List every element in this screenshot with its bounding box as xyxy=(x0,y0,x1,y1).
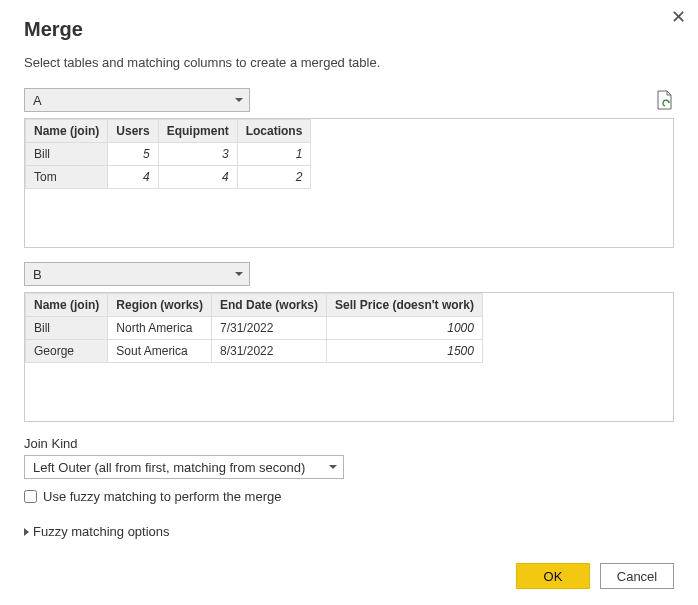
cancel-button[interactable]: Cancel xyxy=(600,563,674,589)
col-header[interactable]: Sell Price (doesn't work) xyxy=(327,294,483,317)
chevron-down-icon xyxy=(329,465,337,469)
table-a-selector[interactable]: A xyxy=(24,88,250,112)
col-header[interactable]: Name (join) xyxy=(26,120,108,143)
ok-button-label: OK xyxy=(544,569,563,584)
cell: 8/31/2022 xyxy=(212,340,327,363)
table-a-selected: A xyxy=(33,93,42,108)
table-row[interactable]: Bill 5 3 1 xyxy=(26,143,311,166)
ok-button[interactable]: OK xyxy=(516,563,590,589)
cell: 5 xyxy=(108,143,158,166)
fuzzy-options-expander[interactable]: Fuzzy matching options xyxy=(24,524,674,539)
table-b-selector[interactable]: B xyxy=(24,262,250,286)
cell: North America xyxy=(108,317,212,340)
cell: Bill xyxy=(26,143,108,166)
chevron-down-icon xyxy=(235,272,243,276)
cell: 1 xyxy=(237,143,311,166)
col-header[interactable]: End Date (works) xyxy=(212,294,327,317)
fuzzy-checkbox-label: Use fuzzy matching to perform the merge xyxy=(43,489,281,504)
table-row[interactable]: George Sout America 8/31/2022 1500 xyxy=(26,340,483,363)
table-row[interactable]: Tom 4 4 2 xyxy=(26,166,311,189)
col-header[interactable]: Equipment xyxy=(158,120,237,143)
cell: 7/31/2022 xyxy=(212,317,327,340)
dialog-subtitle: Select tables and matching columns to cr… xyxy=(24,55,674,70)
chevron-down-icon xyxy=(235,98,243,102)
table-b-grid[interactable]: Name (join) Region (works) End Date (wor… xyxy=(24,292,674,422)
cell: Tom xyxy=(26,166,108,189)
col-header[interactable]: Users xyxy=(108,120,158,143)
cell: 4 xyxy=(158,166,237,189)
col-header[interactable]: Region (works) xyxy=(108,294,212,317)
join-kind-label: Join Kind xyxy=(24,436,674,451)
table-b-header-row: Name (join) Region (works) End Date (wor… xyxy=(26,294,483,317)
cell: George xyxy=(26,340,108,363)
cancel-button-label: Cancel xyxy=(617,569,657,584)
chevron-right-icon xyxy=(24,528,29,536)
browse-file-icon[interactable] xyxy=(656,90,674,110)
table-a-header-row: Name (join) Users Equipment Locations xyxy=(26,120,311,143)
cell: 3 xyxy=(158,143,237,166)
join-kind-selector[interactable]: Left Outer (all from first, matching fro… xyxy=(24,455,344,479)
col-header[interactable]: Locations xyxy=(237,120,311,143)
join-kind-selected: Left Outer (all from first, matching fro… xyxy=(33,460,305,475)
fuzzy-checkbox[interactable] xyxy=(24,490,37,503)
fuzzy-options-label: Fuzzy matching options xyxy=(33,524,170,539)
cell: 1500 xyxy=(327,340,483,363)
table-b-selected: B xyxy=(33,267,42,282)
table-row[interactable]: Bill North America 7/31/2022 1000 xyxy=(26,317,483,340)
cell: Bill xyxy=(26,317,108,340)
cell: 4 xyxy=(108,166,158,189)
cell: Sout America xyxy=(108,340,212,363)
close-icon[interactable]: ✕ xyxy=(671,8,686,26)
cell: 2 xyxy=(237,166,311,189)
cell: 1000 xyxy=(327,317,483,340)
fuzzy-checkbox-row[interactable]: Use fuzzy matching to perform the merge xyxy=(24,489,674,504)
col-header[interactable]: Name (join) xyxy=(26,294,108,317)
table-a-grid[interactable]: Name (join) Users Equipment Locations Bi… xyxy=(24,118,674,248)
dialog-title: Merge xyxy=(24,18,674,41)
